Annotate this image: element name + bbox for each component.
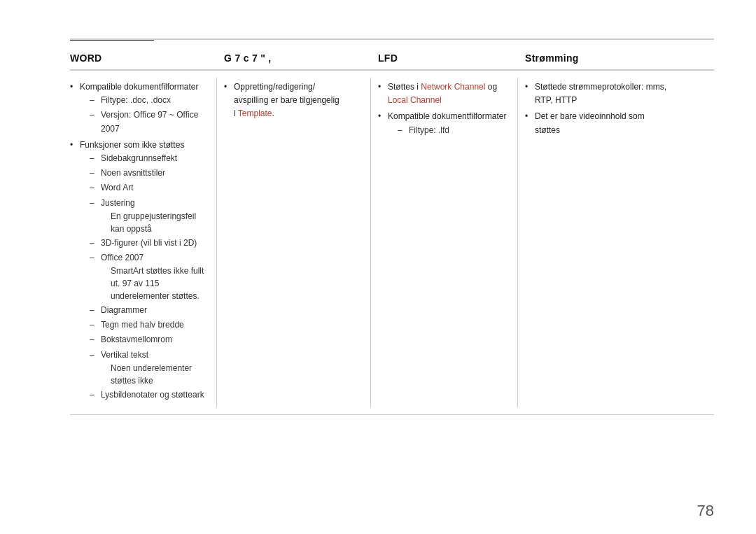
- word-dash-list-2: Sidebakgrunnseffekt Noen avsnittstiler W…: [90, 152, 209, 402]
- list-item: Filtype: .doc, .docx: [90, 94, 209, 107]
- header-word: WORD: [70, 52, 224, 64]
- list-item: Word Art: [90, 181, 209, 195]
- list-item: Kompatible dokumentfilformater Filtype: …: [378, 110, 510, 136]
- page-number: 78: [697, 502, 714, 520]
- list-item: Vertikal tekstNoen underelementer støtte…: [90, 349, 209, 387]
- template-link-anchor[interactable]: Template: [238, 108, 272, 118]
- list-item: Støttede strømmeprotokoller: mms, RTP, H…: [525, 80, 672, 107]
- g7c7-bullet-list: Oppretting/redigering/avspilling er bare…: [224, 80, 363, 121]
- header-lfd: LFD: [378, 52, 525, 64]
- top-line: [70, 38, 714, 40]
- word-bullet-list: Kompatible dokumentfilformater Filtype: …: [70, 80, 209, 402]
- list-item: Oppretting/redigering/avspilling er bare…: [224, 80, 363, 121]
- list-item: Noen avsnittstiler: [90, 167, 209, 180]
- sub-text: Noen underelementer støttes ikke: [101, 362, 209, 387]
- list-item: Bokstavmellomrom: [90, 333, 209, 346]
- list-item: 3D-figurer (vil bli vist i 2D): [90, 237, 209, 250]
- list-item: Versjon: Office 97 ~ Office 2007: [90, 108, 209, 135]
- list-item: Tegn med halv bredde: [90, 318, 209, 332]
- col-word: Kompatible dokumentfilformater Filtype: …: [70, 78, 217, 407]
- lfd-bullet-list: Støttes i Network Channel og Local Chann…: [378, 80, 510, 137]
- list-item: Kompatible dokumentfilformater Filtype: …: [70, 80, 209, 136]
- list-item: Office 2007SmartArt støttes ikke fullt u…: [90, 251, 209, 302]
- list-item: Det er bare videoinnhold som støttes: [525, 110, 672, 136]
- local-channel-link[interactable]: Local Channel: [388, 95, 442, 105]
- list-item: Funksjoner som ikke støttes Sidebakgrunn…: [70, 139, 209, 402]
- table-body: Kompatible dokumentfilformater Filtype: …: [70, 70, 714, 415]
- page-container: WORD G 7 c 7 " , LFD Strømming Kompatibl…: [0, 0, 756, 534]
- list-item: Sidebakgrunnseffekt: [90, 152, 209, 165]
- content-area: WORD G 7 c 7 " , LFD Strømming Kompatibl…: [70, 52, 714, 492]
- list-item: JusteringEn gruppejusteringsfeil kan opp…: [90, 197, 209, 235]
- col-lfd: Støttes i Network Channel og Local Chann…: [378, 78, 518, 407]
- header-g7c7: G 7 c 7 " ,: [224, 52, 378, 64]
- table-headers: WORD G 7 c 7 " , LFD Strømming: [70, 52, 714, 70]
- col-stromming: Støttede strømmeprotokoller: mms, RTP, H…: [525, 78, 679, 407]
- col-g7c7: Oppretting/redigering/avspilling er bare…: [224, 78, 371, 407]
- word-dash-list-1: Filtype: .doc, .docx Versjon: Office 97 …: [90, 94, 209, 136]
- header-stromming: Strømming: [525, 52, 679, 64]
- sub-text: En gruppejusteringsfeil kan oppstå: [101, 210, 209, 235]
- list-item: Diagrammer: [90, 304, 209, 317]
- sub-text: SmartArt støttes ikke fullt ut. 97 av 11…: [101, 265, 209, 302]
- list-item: Støttes i Network Channel og Local Chann…: [378, 80, 510, 107]
- list-item: Filtype: .lfd: [398, 124, 510, 137]
- template-link: i Template.: [234, 108, 274, 118]
- network-channel-link[interactable]: Network Channel: [421, 82, 485, 92]
- lfd-dash-list: Filtype: .lfd: [398, 124, 510, 137]
- stromming-bullet-list: Støttede strømmeprotokoller: mms, RTP, H…: [525, 80, 672, 137]
- list-item: Lysbildenotater og støtteark: [90, 388, 209, 402]
